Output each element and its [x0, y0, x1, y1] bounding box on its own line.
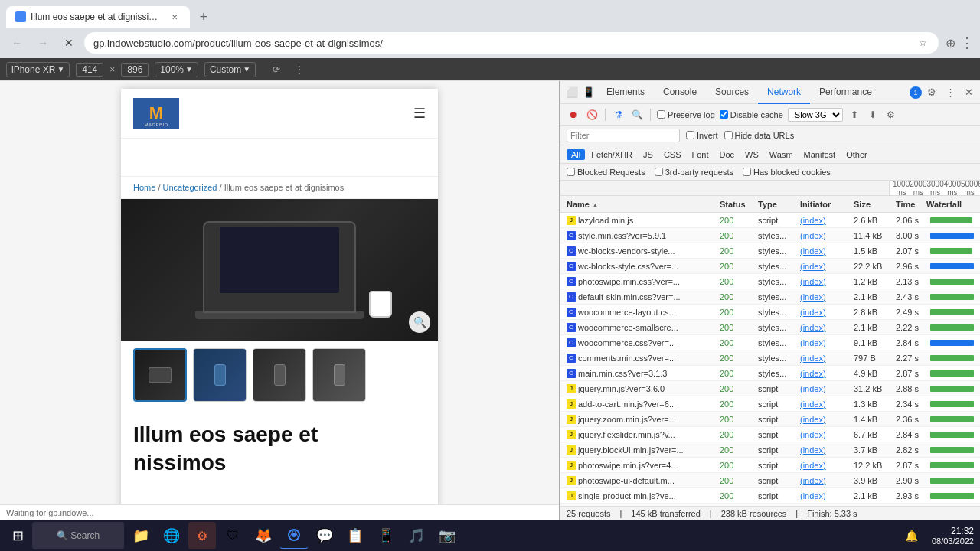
- type-other[interactable]: Other: [841, 149, 872, 160]
- inspect-icon[interactable]: ⬜: [564, 84, 580, 101]
- custom-select[interactable]: Custom ▼: [204, 62, 256, 77]
- type-font[interactable]: Font: [688, 149, 714, 160]
- third-party-checkbox[interactable]: 3rd-party requests: [655, 168, 733, 177]
- type-js[interactable]: JS: [639, 149, 658, 160]
- type-ws[interactable]: WS: [740, 149, 763, 160]
- active-tab[interactable]: Illum eos saepe et at dignissimos ✕: [6, 6, 190, 28]
- clear-button[interactable]: 🚫: [585, 108, 599, 122]
- throttle-select[interactable]: Slow 3G: [788, 108, 843, 122]
- taskbar-shield[interactable]: 🛡: [219, 522, 247, 549]
- table-row[interactable]: J photoswipe.min.js?ver=4... 200 script …: [560, 458, 980, 473]
- cell-initiator[interactable]: (index): [797, 277, 851, 286]
- menu-icon[interactable]: ⋮: [960, 36, 974, 50]
- tab-elements[interactable]: Elements: [597, 81, 654, 104]
- table-row[interactable]: J jquery.flexslider.min.js?v... 200 scri…: [560, 427, 980, 442]
- cell-initiator[interactable]: (index): [797, 292, 851, 302]
- third-party-input[interactable]: [655, 168, 663, 176]
- cell-initiator[interactable]: (index): [797, 231, 851, 240]
- tab-close-button[interactable]: ✕: [168, 11, 181, 23]
- table-row[interactable]: J single-product.min.js?ve... 200 script…: [560, 488, 980, 504]
- taskbar-chrome[interactable]: [280, 522, 308, 549]
- table-row[interactable]: C photoswipe.min.css?ver=... 200 styles.…: [560, 274, 980, 289]
- type-manifest[interactable]: Manifest: [799, 149, 841, 160]
- cell-initiator[interactable]: (index): [797, 476, 851, 485]
- table-row[interactable]: J jquery.min.js?ver=3.6.0 200 script (in…: [560, 381, 980, 396]
- taskbar-file-explorer[interactable]: 📁: [127, 522, 155, 549]
- col-size[interactable]: Size: [851, 200, 893, 209]
- rotate-icon[interactable]: ⟳: [268, 61, 285, 78]
- table-row[interactable]: J jquery.zoom.min.js?ver=... 200 script …: [560, 412, 980, 427]
- breadcrumb-home[interactable]: Home: [133, 183, 155, 192]
- table-row[interactable]: J photoswipe-ui-default.m... 200 script …: [560, 473, 980, 488]
- cell-initiator[interactable]: (index): [797, 491, 851, 500]
- table-row[interactable]: C wc-blocks-vendors-style... 200 styles.…: [560, 243, 980, 259]
- filter-input[interactable]: [567, 129, 680, 142]
- device-select[interactable]: iPhone XR ▼: [6, 62, 70, 77]
- table-row[interactable]: C main.min.css?ver=3.1.3 200 styles... (…: [560, 366, 980, 381]
- taskbar-search[interactable]: 🔍 Search: [32, 522, 124, 549]
- zoom-icon[interactable]: 🔍: [409, 311, 430, 333]
- preserve-log-input[interactable]: [657, 110, 665, 119]
- settings-network-icon[interactable]: ⚙: [884, 108, 898, 122]
- disable-cache-checkbox[interactable]: Disable cache: [720, 110, 783, 119]
- close-devtools-icon[interactable]: ✕: [960, 84, 977, 101]
- cell-initiator[interactable]: (index): [797, 384, 851, 393]
- cell-initiator[interactable]: (index): [797, 399, 851, 409]
- table-row[interactable]: J jquery.blockUI.min.js?ver=... 200 scri…: [560, 442, 980, 458]
- tab-console[interactable]: Console: [654, 81, 706, 104]
- import-icon[interactable]: ⬆: [848, 108, 861, 122]
- hide-data-urls-checkbox[interactable]: Hide data URLs: [724, 131, 795, 140]
- table-row[interactable]: C default-skin.min.css?ver=... 200 style…: [560, 289, 980, 305]
- search-icon[interactable]: 🔍: [630, 108, 644, 122]
- hide-data-urls-input[interactable]: [724, 131, 733, 139]
- has-blocked-cookies-checkbox[interactable]: Has blocked cookies: [743, 168, 831, 177]
- zoom-select[interactable]: 100% ▼: [155, 62, 198, 77]
- back-button[interactable]: ←: [6, 32, 28, 54]
- tab-network[interactable]: Network: [758, 81, 810, 104]
- start-button[interactable]: ⊞: [6, 524, 29, 547]
- bookmark-icon[interactable]: ☆: [916, 36, 929, 50]
- refresh-button[interactable]: ✕: [58, 32, 80, 54]
- type-css[interactable]: CSS: [659, 149, 686, 160]
- cell-initiator[interactable]: (index): [797, 246, 851, 256]
- cell-initiator[interactable]: (index): [797, 308, 851, 317]
- more-options-icon[interactable]: ⋮: [291, 61, 308, 78]
- cell-initiator[interactable]: (index): [797, 262, 851, 271]
- taskbar-music[interactable]: 🎵: [403, 522, 430, 549]
- cell-initiator[interactable]: (index): [797, 430, 851, 439]
- taskbar-edge[interactable]: 🌐: [158, 522, 185, 549]
- cell-initiator[interactable]: (index): [797, 445, 851, 455]
- tab-performance[interactable]: Performance: [810, 81, 881, 104]
- invert-input[interactable]: [686, 131, 694, 139]
- preserve-log-checkbox[interactable]: Preserve log: [657, 110, 715, 119]
- network-table[interactable]: J lazyload.min.js 200 script (index) 2.6…: [560, 213, 980, 506]
- table-row[interactable]: C style.min.css?ver=5.9.1 200 styles... …: [560, 228, 980, 243]
- has-blocked-cookies-input[interactable]: [743, 168, 751, 176]
- type-doc[interactable]: Doc: [715, 149, 740, 160]
- taskbar-discord[interactable]: 💬: [311, 522, 338, 549]
- invert-checkbox[interactable]: Invert: [686, 131, 718, 140]
- table-row[interactable]: C woocommerce-layout.cs... 200 styles...…: [560, 305, 980, 320]
- col-type[interactable]: Type: [755, 200, 797, 209]
- tab-sources[interactable]: Sources: [706, 81, 758, 104]
- extensions-icon[interactable]: ⊕: [943, 36, 957, 50]
- col-name[interactable]: Name ▲: [564, 200, 717, 209]
- taskbar-settings[interactable]: ⚙: [188, 522, 216, 549]
- type-all[interactable]: All: [567, 149, 585, 160]
- col-time[interactable]: Time: [893, 200, 923, 209]
- cell-initiator[interactable]: (index): [797, 216, 851, 225]
- table-row[interactable]: C comments.min.css?ver=... 200 styles...…: [560, 350, 980, 366]
- col-status[interactable]: Status: [717, 200, 755, 209]
- col-waterfall[interactable]: Waterfall: [923, 200, 977, 209]
- breadcrumb-category[interactable]: Uncategorized: [163, 183, 217, 192]
- cell-initiator[interactable]: (index): [797, 338, 851, 347]
- cell-initiator[interactable]: (index): [797, 323, 851, 332]
- settings-icon[interactable]: ⚙: [923, 84, 940, 101]
- more-devtools-icon[interactable]: ⋮: [942, 84, 959, 101]
- device-toggle-icon[interactable]: 📱: [580, 84, 597, 101]
- taskbar-firefox[interactable]: 🦊: [250, 522, 277, 549]
- forward-button[interactable]: →: [32, 32, 54, 54]
- thumbnail-3[interactable]: [253, 348, 306, 402]
- taskbar-teams[interactable]: 📋: [341, 522, 369, 549]
- blocked-requests-checkbox[interactable]: Blocked Requests: [567, 168, 645, 177]
